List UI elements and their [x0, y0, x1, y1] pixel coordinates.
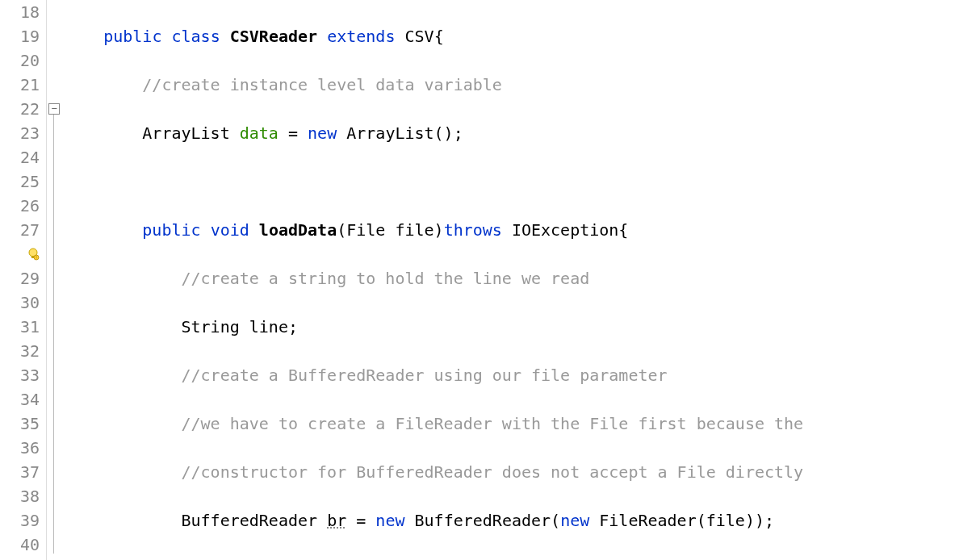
code-line[interactable]: BufferedReader br = new BufferedReader(n…	[65, 508, 980, 533]
fold-toggle-icon[interactable]: −	[48, 103, 60, 115]
line-number: 20	[0, 48, 40, 73]
code-line[interactable]: ArrayList data = new ArrayList();	[65, 121, 980, 145]
fold-gutter: −	[47, 0, 61, 560]
line-number: 22	[0, 97, 40, 121]
line-number: 29	[0, 266, 40, 290]
line-number: 34	[0, 387, 40, 412]
line-number: 30	[0, 290, 40, 315]
code-line[interactable]: public class CSVReader extends CSV{	[65, 24, 980, 48]
line-number: 21	[0, 73, 40, 97]
code-line[interactable]: String line;	[65, 315, 980, 339]
line-number-gutter: 18 19 20 21 22 23 24 25 26 27 ! 29 30 31…	[0, 0, 47, 560]
code-area[interactable]: public class CSVReader extends CSV{ //cr…	[61, 0, 980, 560]
hint-lightbulb-icon[interactable]: !	[0, 242, 40, 266]
code-line[interactable]: //create a string to hold the line we re…	[65, 266, 980, 290]
code-line[interactable]: public void loadData(File file)throws IO…	[65, 218, 980, 242]
line-number: 40	[0, 533, 40, 557]
line-number: 33	[0, 363, 40, 387]
line-number: 24	[0, 145, 40, 169]
line-number: 27	[0, 218, 40, 242]
line-number: 23	[0, 121, 40, 145]
line-number: 18	[0, 0, 40, 24]
code-line[interactable]: //create instance level data variable	[65, 73, 980, 97]
line-number: 32	[0, 339, 40, 363]
line-number: 39	[0, 508, 40, 533]
line-number: 38	[0, 484, 40, 508]
code-line[interactable]	[65, 169, 980, 194]
line-number: 35	[0, 412, 40, 436]
code-line[interactable]: //we have to create a FileReader with th…	[65, 412, 980, 436]
line-number: 36	[0, 436, 40, 460]
code-line[interactable]	[65, 557, 980, 560]
svg-text:!: !	[35, 255, 37, 260]
code-line[interactable]: //create a BufferedReader using our file…	[65, 363, 980, 387]
line-number: 19	[0, 24, 40, 48]
line-number: 37	[0, 460, 40, 484]
code-line[interactable]: //constructor for BufferedReader does no…	[65, 460, 980, 484]
code-editor[interactable]: 18 19 20 21 22 23 24 25 26 27 ! 29 30 31…	[0, 0, 980, 560]
line-number: 31	[0, 315, 40, 339]
line-number: 25	[0, 169, 40, 194]
line-number: 26	[0, 194, 40, 218]
